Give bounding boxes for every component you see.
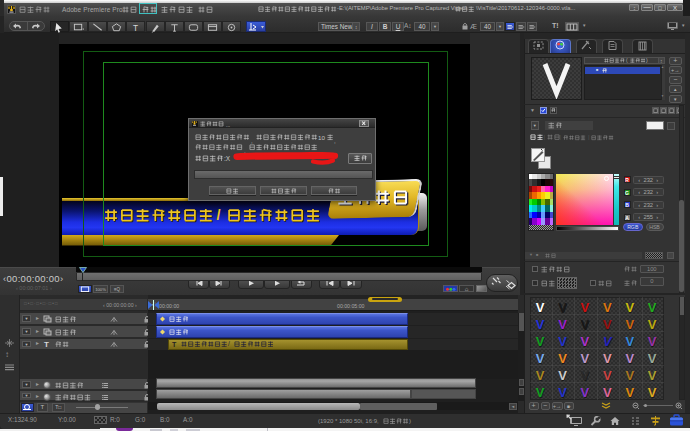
svg-text:T: T [133,23,138,32]
